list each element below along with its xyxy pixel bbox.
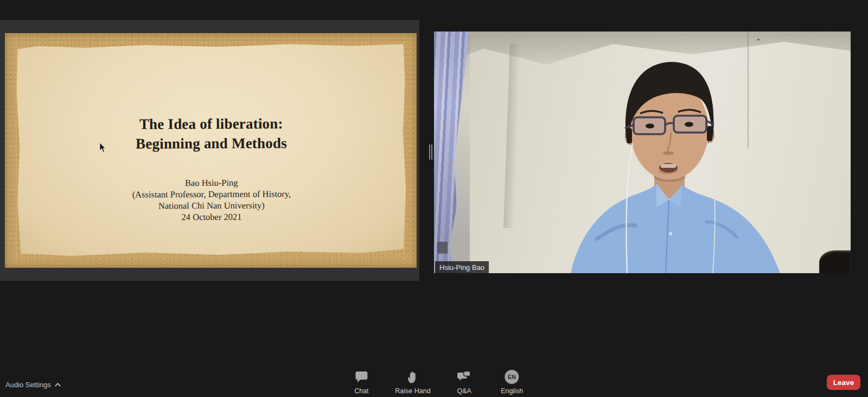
chat-button[interactable]: Chat (347, 370, 375, 395)
qa-bubbles-icon (457, 370, 471, 384)
interpretation-button[interactable]: EN English (498, 370, 526, 395)
slide-date: 24 October 2021 (16, 210, 407, 223)
audio-settings-label: Audio Settings (5, 381, 51, 389)
chat-label: Chat (354, 387, 368, 395)
chevron-up-icon (55, 382, 61, 388)
slide-paper: The Idea of liberation: Beginning and Me… (15, 42, 407, 258)
webinar-window: The Idea of liberation: Beginning and Me… (0, 0, 868, 397)
panel-resize-handle[interactable] (429, 144, 433, 160)
office-chair (819, 250, 851, 273)
mouse-cursor (99, 143, 106, 153)
webinar-toolbar: Chat Raise Hand Q&A EN English (347, 370, 526, 395)
speaker-portrait (434, 31, 851, 273)
slide-title-line2: Beginning and Methods (16, 133, 407, 154)
leave-button[interactable]: Leave (827, 375, 860, 390)
qa-label: Q&A (457, 387, 471, 395)
participant-name-badge: Hsiu-Ping Bao (435, 261, 489, 273)
language-circle-icon: EN (505, 370, 519, 384)
slide-subtitle: Bao Hsiu-Ping (Assistant Professor, Depa… (16, 176, 407, 223)
raise-hand-icon (406, 370, 419, 384)
chat-bubble-icon (355, 370, 368, 384)
presentation-slide: The Idea of liberation: Beginning and Me… (5, 33, 417, 268)
slide-title-line1: The Idea of liberation: (16, 113, 407, 134)
language-badge: EN (505, 370, 519, 384)
raise-hand-label: Raise Hand (395, 387, 430, 395)
interpretation-label: English (501, 387, 523, 395)
speaker-video-tile: Hsiu-Ping Bao (434, 31, 851, 273)
audio-settings-button[interactable]: Audio Settings (5, 381, 61, 389)
raise-hand-button[interactable]: Raise Hand (395, 370, 430, 395)
slide-title: The Idea of liberation: Beginning and Me… (16, 113, 407, 154)
screen-share-region: The Idea of liberation: Beginning and Me… (0, 20, 419, 281)
qa-button[interactable]: Q&A (450, 370, 478, 395)
